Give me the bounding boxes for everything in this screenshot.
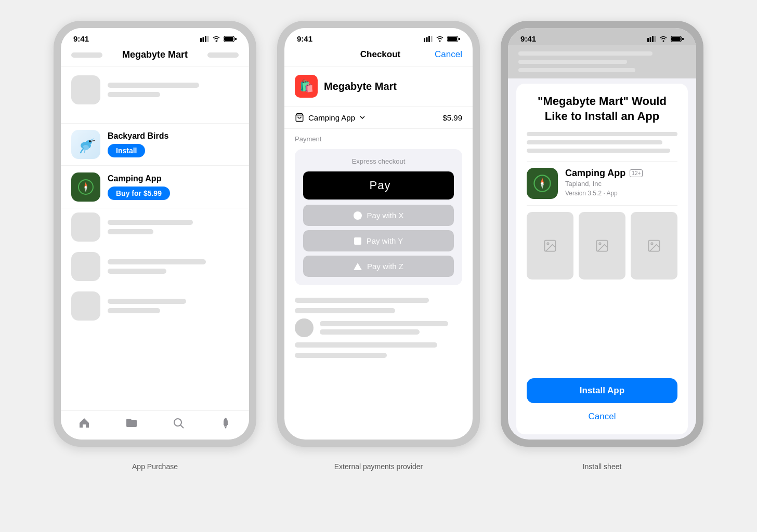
payment-label: Payment xyxy=(295,135,462,143)
spacer xyxy=(527,290,677,378)
image-icon-3 xyxy=(647,238,661,253)
tab-bar xyxy=(61,410,249,440)
bell-icon xyxy=(219,417,232,429)
compass-svg xyxy=(76,178,95,196)
svg-rect-27 xyxy=(459,38,460,40)
phone-frame-3: 9:41 xyxy=(501,21,703,447)
status-time-3: 9:41 xyxy=(520,34,536,43)
tab-search[interactable] xyxy=(172,417,185,429)
svg-rect-22 xyxy=(428,36,430,42)
image-icon-2 xyxy=(595,238,609,253)
svg-rect-2 xyxy=(205,36,206,42)
tab-folder[interactable] xyxy=(125,417,138,429)
bottom-placeholder-1 xyxy=(295,298,429,303)
signal-icon-2 xyxy=(424,36,433,42)
install-app-info: Camping App 12+ Tapland, Inc Version 3.5… xyxy=(565,168,677,197)
placeholder-lines-2 xyxy=(108,220,239,234)
phone-screen-1: 9:41 xyxy=(61,28,249,440)
status-time-2: 9:41 xyxy=(297,34,312,43)
bottom-placeholder-2 xyxy=(295,308,395,313)
wifi-icon xyxy=(212,36,220,42)
pay-with-y-button[interactable]: Pay with Y xyxy=(303,230,454,251)
app-store-header: Megabyte Mart xyxy=(61,45,249,67)
svg-rect-30 xyxy=(650,37,651,42)
signal-icon xyxy=(200,36,209,42)
svg-point-40 xyxy=(541,182,543,184)
placeholder-item-4 xyxy=(71,291,239,321)
search-icon xyxy=(172,417,185,429)
merchant-name: Megabyte Mart xyxy=(324,81,397,92)
phone3-bg-top xyxy=(508,45,696,78)
install-app-name: Camping App xyxy=(565,168,625,179)
phone-2-label: External payments provider xyxy=(334,462,423,471)
more-placeholder-items xyxy=(61,212,249,331)
checkout-header: Checkout Cancel xyxy=(284,45,473,66)
status-icons-2 xyxy=(424,36,460,42)
battery-icon-2 xyxy=(447,36,460,42)
svg-rect-1 xyxy=(203,37,204,42)
battery-icon-3 xyxy=(671,36,684,42)
svg-point-44 xyxy=(599,243,601,245)
svg-line-17 xyxy=(181,425,184,429)
checkout-cancel-button[interactable]: Cancel xyxy=(435,49,462,60)
screenshots-row xyxy=(527,212,677,280)
tab-home[interactable] xyxy=(78,417,90,429)
phone-3-label: Install sheet xyxy=(583,462,622,471)
camping-app-info: Camping App Buy for $5.99 xyxy=(108,174,239,200)
placeholder-icon-4 xyxy=(71,291,100,321)
svg-point-16 xyxy=(174,419,181,426)
placeholder-line xyxy=(108,308,160,313)
bg-placeholder-1 xyxy=(518,51,652,56)
placeholder-line xyxy=(108,83,199,88)
svg-point-15 xyxy=(85,186,87,188)
svg-rect-7 xyxy=(235,38,237,40)
placeholder-line xyxy=(108,299,186,304)
payment-box: Express checkout Pay Pay with X Pay w xyxy=(295,149,462,285)
placeholder-lines-3 xyxy=(108,259,239,274)
cart-item: Camping App xyxy=(295,113,366,122)
phone-screen-3: 9:41 xyxy=(508,28,696,440)
bg-placeholder-3 xyxy=(518,68,635,72)
svg-rect-35 xyxy=(671,37,681,41)
svg-rect-29 xyxy=(647,38,649,42)
payment-section: Payment Express checkout Pay Pay with X xyxy=(284,129,473,291)
status-icons-1 xyxy=(200,36,237,42)
install-sheet-modal: "Megabyte Mart" Would Like to Install an… xyxy=(516,84,688,434)
svg-rect-0 xyxy=(200,38,202,42)
apple-pay-button[interactable]: Pay xyxy=(303,171,454,200)
svg-point-46 xyxy=(651,243,653,245)
install-app-version: Version 3.5.2 · App xyxy=(565,190,677,197)
install-app-button[interactable]: Install App xyxy=(527,378,677,403)
hummingbird-svg xyxy=(74,133,97,156)
cart-icon xyxy=(295,113,304,122)
wifi-icon-2 xyxy=(436,36,444,42)
svg-point-19 xyxy=(225,427,226,429)
install-cancel-button[interactable]: Cancel xyxy=(527,409,677,424)
header-placeholder-left xyxy=(71,52,102,58)
cart-item-name: Camping App xyxy=(308,113,355,122)
screenshot-2 xyxy=(579,212,625,280)
express-checkout-label: Express checkout xyxy=(303,157,454,165)
svg-point-24 xyxy=(439,40,441,42)
placeholder-icon-2 xyxy=(71,212,100,242)
phone-frame-2: 9:41 xyxy=(277,21,480,447)
tab-bell[interactable] xyxy=(219,417,232,429)
status-bar-2: 9:41 xyxy=(284,28,473,45)
status-bar-1: 9:41 xyxy=(61,28,249,45)
phone-app-purchase: 9:41 xyxy=(54,21,256,471)
bottom-placeholder-6 xyxy=(295,353,387,358)
status-icons-3 xyxy=(647,36,684,42)
phone2-bottom xyxy=(284,291,473,364)
pay-with-z-button[interactable]: Pay with Z xyxy=(303,256,454,277)
cart-price: $5.99 xyxy=(442,113,462,122)
install-ph-1 xyxy=(527,132,677,136)
chevron-down-icon[interactable] xyxy=(359,114,366,121)
buy-button[interactable]: Buy for $5.99 xyxy=(108,187,170,200)
placeholder-icon-3 xyxy=(71,252,100,281)
svg-rect-21 xyxy=(426,37,428,42)
backyard-birds-install-button[interactable]: Install xyxy=(108,144,145,157)
bottom-lines xyxy=(320,321,462,335)
install-app-developer: Tapland, Inc xyxy=(565,180,677,188)
pay-with-x-button[interactable]: Pay with X xyxy=(303,205,454,226)
bottom-placeholder-3 xyxy=(320,321,448,326)
